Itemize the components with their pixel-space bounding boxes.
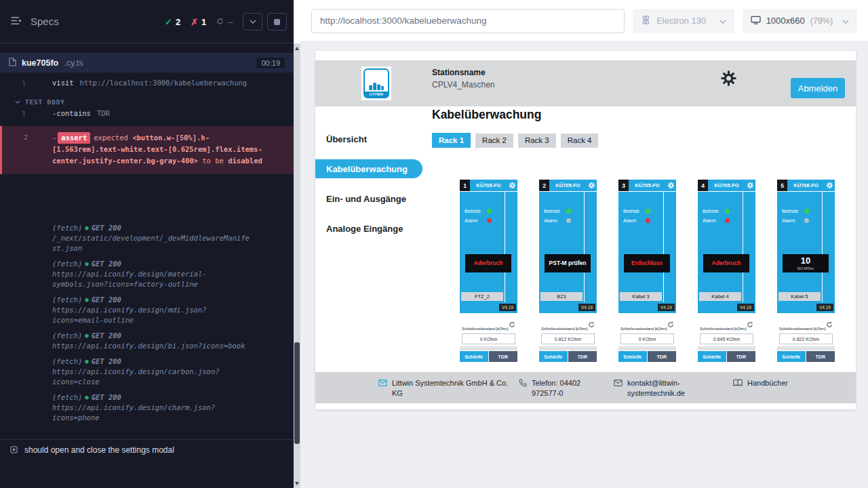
- test-state-icon: [10, 444, 18, 456]
- schleife-button[interactable]: Schleife: [460, 351, 489, 362]
- url-input[interactable]: [320, 16, 616, 26]
- card-settings-icon[interactable]: [825, 182, 835, 189]
- command-log: 1 visithttp://localhost:3000/kabelueberw…: [0, 73, 294, 488]
- aut-stage: LITTWIN Stationsname CPLV4_Maschen: [300, 42, 868, 488]
- schleife-button[interactable]: Schleife: [539, 351, 568, 362]
- card-settings-icon[interactable]: [745, 182, 755, 189]
- card-settings-icon[interactable]: [587, 182, 597, 189]
- next-test-row[interactable]: should open and close the settings modal: [0, 439, 294, 460]
- schleife-button[interactable]: Schleife: [698, 351, 727, 362]
- next-test-title: should open and close the settings modal: [24, 445, 174, 455]
- resistance-value: 0 KOhm: [462, 333, 515, 344]
- card-divider: [663, 192, 664, 302]
- settings-gear-icon[interactable]: [720, 70, 738, 87]
- device-card-5: 5 KÜ706-FO Betrieb Alarm: [777, 180, 835, 383]
- alarm-label: Alarm: [465, 218, 484, 224]
- cable-label: Kabel 3: [620, 292, 662, 301]
- log-fetch-entry[interactable]: (fetch)●GET 200 https://api.iconify.desi…: [52, 331, 294, 351]
- viewport-icon: [751, 16, 761, 26]
- mail-icon: [614, 378, 623, 389]
- refresh-icon[interactable]: [588, 319, 595, 331]
- viewport-size: 1000x660: [766, 16, 805, 26]
- url-bar[interactable]: [311, 9, 625, 33]
- schleife-button[interactable]: Schleife: [618, 351, 648, 362]
- device-card-3: 3 KÜ705-FO Betrieb Alarm: [618, 180, 676, 383]
- browser-bar: Electron 130 1000x660 (79%): [300, 0, 868, 42]
- tab-rack-2[interactable]: Rack 2: [475, 134, 513, 148]
- alarm-led: [566, 218, 571, 223]
- schleife-button[interactable]: Schleife: [777, 351, 806, 362]
- log-fetch-entry[interactable]: (fetch)●GET 200 https://api.iconify.desi…: [52, 295, 294, 325]
- chevron-down-icon: [842, 16, 849, 26]
- footer-phone[interactable]: Telefon: 04402 972577-0: [519, 378, 606, 399]
- device-card-2: 2 KÜ705-FO Betrieb Alarm: [539, 180, 597, 383]
- viewport-selector[interactable]: 1000x660 (79%): [743, 9, 857, 33]
- scroll-down-arrow[interactable]: [294, 479, 300, 488]
- nav-item-uebersicht[interactable]: Übersicht: [315, 129, 424, 148]
- card-number: 2: [539, 180, 549, 191]
- tab-rack-1[interactable]: Rack 1: [432, 133, 471, 148]
- specs-list-icon[interactable]: [11, 16, 22, 28]
- failed-count: ✗1: [191, 17, 206, 27]
- card-model: KÜ705-FO: [629, 182, 666, 188]
- nav-item-analoge-eingaenge[interactable]: Analoge Eingänge: [315, 219, 424, 238]
- footer-email[interactable]: kontakt@littwin-systemtechnik.de: [614, 378, 703, 399]
- log-fetch-entry[interactable]: (fetch)●GET 200 https://api.iconify.desi…: [52, 259, 294, 289]
- resistance-label: Schleifenwiderstand [kOhm]: [700, 327, 746, 331]
- screen: Specs ✓2 ✗1 --: [0, 0, 868, 488]
- status-dot: ●: [85, 295, 88, 305]
- log-fetch-entry[interactable]: (fetch)●GET 200 https://api.iconify.desi…: [52, 392, 294, 423]
- scrollbar-thumb[interactable]: [294, 342, 300, 444]
- tdr-button[interactable]: TDR: [648, 351, 677, 362]
- test-body-toggle[interactable]: TEST BODY: [15, 98, 294, 106]
- scroll-up-arrow[interactable]: [294, 43, 300, 53]
- card-number: 5: [777, 180, 787, 191]
- tdr-button[interactable]: TDR: [727, 351, 756, 362]
- card-number: 4: [698, 180, 708, 191]
- browser-selector[interactable]: Electron 130: [633, 9, 734, 33]
- spec-header[interactable]: kue705fo .cy.ts 00:19: [0, 53, 294, 73]
- device-cards: 1 KÜ705-FO Betrieb Alarm: [460, 180, 835, 383]
- tdr-button[interactable]: TDR: [806, 351, 835, 362]
- runner-header: Specs ✓2 ✗1 --: [0, 0, 294, 43]
- electron-icon: [641, 15, 651, 27]
- log-failed-assert[interactable]: 2 -assertexpected <button.w-[50%].h-[1.5…: [0, 126, 294, 174]
- refresh-icon[interactable]: [826, 319, 833, 331]
- tdr-button[interactable]: TDR: [568, 351, 597, 362]
- card-model: KÜ705-FO: [549, 182, 587, 188]
- station-label: Stationsname: [432, 68, 495, 77]
- tab-rack-3[interactable]: Rack 3: [518, 134, 556, 148]
- runner-controls: [243, 0, 287, 43]
- alarm-led: [487, 218, 492, 223]
- card-model: KÜ705-FO: [470, 182, 507, 188]
- log-visit-command[interactable]: 1 visithttp://localhost:3000/kabelueberw…: [0, 78, 294, 89]
- test-stats: ✓2 ✗1 --: [165, 0, 233, 43]
- tdr-button[interactable]: TDR: [489, 351, 518, 362]
- nav-item-kabelueberwachung[interactable]: Kabelüberwachung: [315, 159, 422, 178]
- collapse-button[interactable]: [243, 13, 262, 30]
- resistance-label: Schleifenwiderstand [kOhm]: [620, 327, 667, 331]
- card-settings-icon[interactable]: [666, 182, 676, 189]
- logout-button[interactable]: Abmelden: [791, 78, 845, 98]
- log-contains-command[interactable]: 1 -containsTDR: [0, 108, 294, 119]
- resistance-value: 0.822 KOhm: [779, 333, 833, 344]
- specs-label[interactable]: Specs: [31, 16, 59, 27]
- station-name: CPLV4_Maschen: [432, 80, 495, 89]
- card-settings-icon[interactable]: [507, 182, 517, 189]
- nav-item-ein-und-ausgaenge[interactable]: Ein- und Ausgänge: [315, 189, 424, 208]
- log-fetch-entry[interactable]: (fetch)●GET 200 https://api.iconify.desi…: [52, 357, 294, 387]
- status-display: Aderbruch: [703, 254, 749, 272]
- card-divider: [743, 192, 743, 302]
- refresh-icon[interactable]: [667, 319, 674, 331]
- betrieb-led: [725, 209, 730, 214]
- betrieb-led: [646, 209, 650, 214]
- refresh-icon[interactable]: [747, 319, 753, 331]
- log-fetch-entry[interactable]: (fetch)●GET 200 /_next/static/developmen…: [52, 223, 294, 253]
- runner-scrollbar[interactable]: [294, 43, 300, 488]
- card-model: KÜ706-FO: [787, 182, 825, 188]
- footer-manuals[interactable]: Handbücher: [733, 378, 835, 389]
- tab-rack-4[interactable]: Rack 4: [561, 134, 599, 148]
- stop-button[interactable]: [267, 13, 287, 30]
- refresh-icon[interactable]: [509, 319, 515, 331]
- cable-label: Kabel 4: [699, 292, 741, 301]
